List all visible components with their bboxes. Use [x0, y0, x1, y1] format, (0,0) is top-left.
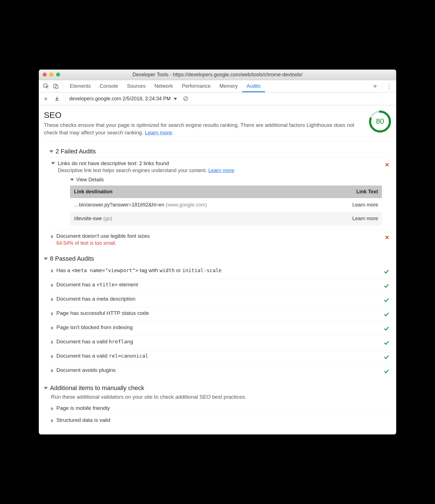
- devtools-window: Developer Tools - https://developers.goo…: [39, 70, 396, 434]
- audit-title: Links do not have descriptive text: 2 li…: [58, 160, 382, 167]
- new-audit-icon[interactable]: ＋: [42, 94, 50, 103]
- chevron-right-icon: [51, 419, 54, 423]
- tab-console[interactable]: Console: [95, 80, 123, 92]
- audit-title: Document has a <title> element: [56, 282, 381, 288]
- seo-description: These checks ensure that your page is op…: [44, 122, 363, 136]
- chevron-right-icon: [51, 283, 54, 287]
- link-text-cell: Learn more: [322, 198, 382, 212]
- chevron-right-icon: [51, 369, 54, 373]
- report-selector[interactable]: developers.google.com 2/5/2018, 3:24:34 …: [69, 96, 177, 102]
- failed-audits-title: 2 Failed Audits: [56, 148, 96, 155]
- close-window-button[interactable]: [43, 73, 47, 77]
- pass-icon: [383, 311, 389, 318]
- table-header: Link destination: [70, 186, 322, 198]
- view-details-label: View Details: [76, 177, 104, 183]
- audit-item[interactable]: Document has a valid rel=canonical: [49, 350, 391, 364]
- chevron-down-icon: [44, 387, 48, 389]
- passed-audits-title: 8 Passed Audits: [50, 255, 94, 262]
- audit-item[interactable]: Document doesn't use legible font sizes …: [49, 230, 391, 249]
- audit-title: Page isn't blocked from indexing: [56, 324, 381, 331]
- audit-item[interactable]: Document avoids plugins: [49, 364, 391, 378]
- table-row: /devsite-swe (go)Learn more: [70, 212, 382, 225]
- failed-audits-section: 2 Failed Audits Links do not have descri…: [49, 146, 391, 249]
- chevron-down-icon: [70, 179, 74, 181]
- chevron-down-icon: [174, 98, 177, 100]
- passed-audits-toggle[interactable]: 8 Passed Audits: [44, 253, 391, 265]
- audit-item[interactable]: Document has a <title> element: [49, 279, 391, 293]
- audit-content: SEO These checks ensure that your page i…: [39, 105, 396, 434]
- audit-title: Document avoids plugins: [56, 367, 381, 373]
- titlebar: Developer Tools - https://developers.goo…: [39, 70, 396, 80]
- maximize-window-button[interactable]: [56, 73, 60, 77]
- fail-icon: ✕: [385, 234, 389, 241]
- pass-icon: [383, 368, 389, 375]
- tab-performance[interactable]: Performance: [177, 80, 215, 92]
- manual-checks-subtitle: Run these additional validators on your …: [51, 394, 391, 400]
- audit-item[interactable]: Page has successful HTTP status code: [49, 307, 391, 321]
- link-text-cell: Learn more: [322, 212, 382, 225]
- audit-item[interactable]: Has a <meta name="viewport"> tag with wi…: [49, 265, 391, 279]
- audit-details: View Details Link destination Link Text …: [70, 177, 382, 225]
- pass-icon: [383, 325, 389, 333]
- download-report-icon[interactable]: [53, 94, 61, 103]
- window-title: Developer Tools - https://developers.goo…: [39, 72, 396, 78]
- tab-memory[interactable]: Memory: [215, 80, 242, 92]
- separator: [382, 82, 382, 90]
- svg-rect-2: [56, 85, 58, 89]
- failed-audits-toggle[interactable]: 2 Failed Audits: [49, 146, 391, 157]
- audit-title: Has a <meta name="viewport"> tag with wi…: [56, 267, 381, 274]
- chevron-right-icon: [51, 355, 54, 358]
- chevron-right-icon: [51, 269, 54, 273]
- separator: [63, 82, 63, 90]
- audit-item[interactable]: Links do not have descriptive text: 2 li…: [49, 157, 391, 230]
- chevron-right-icon: [51, 298, 54, 301]
- audits-toolbar: ＋ developers.google.com 2/5/2018, 3:24:3…: [39, 92, 396, 105]
- audit-learn-more-link[interactable]: Learn more: [208, 168, 234, 173]
- window-controls: [43, 73, 60, 77]
- link-destination-cell: /devsite-swe (go): [70, 212, 322, 225]
- inspect-element-icon[interactable]: [41, 81, 51, 91]
- table-header: Link Text: [322, 186, 382, 198]
- more-tabs-icon[interactable]: »: [370, 81, 380, 91]
- audit-warning: 64.54% of text is too small.: [56, 240, 382, 246]
- pass-icon: [383, 354, 389, 361]
- chevron-right-icon: [51, 326, 54, 330]
- tab-elements[interactable]: Elements: [65, 80, 95, 92]
- seo-heading: SEO: [44, 110, 363, 120]
- view-details-toggle[interactable]: View Details: [70, 177, 382, 183]
- manual-checks-title: Additional items to manually check: [50, 384, 144, 392]
- separator: [65, 95, 65, 102]
- chevron-down-icon: [49, 150, 53, 153]
- tab-sources[interactable]: Sources: [123, 80, 150, 92]
- pass-icon: [383, 340, 389, 347]
- clear-icon[interactable]: [181, 94, 190, 103]
- audit-item[interactable]: Page isn't blocked from indexing: [49, 321, 391, 336]
- seo-header: SEO These checks ensure that your page i…: [44, 109, 391, 142]
- chevron-right-icon: [51, 235, 54, 239]
- audit-item[interactable]: Document has a valid hreflang: [49, 336, 391, 350]
- chevron-right-icon: [51, 340, 54, 344]
- report-label: developers.google.com 2/5/2018, 3:24:34 …: [69, 96, 171, 101]
- seo-score-value: 80: [369, 110, 391, 133]
- minimize-window-button[interactable]: [49, 73, 53, 77]
- kebab-menu-icon[interactable]: ⋮: [384, 81, 394, 91]
- audit-item[interactable]: Page is mobile friendly: [49, 402, 391, 414]
- passed-audits-section: 8 Passed Audits Has a <meta name="viewpo…: [44, 253, 391, 378]
- chevron-down-icon: [51, 162, 55, 165]
- audit-item[interactable]: Structured data is valid: [49, 414, 391, 426]
- link-destination-cell: …bin/answer.py?answer=181692&hl=en (www.…: [70, 198, 322, 212]
- manual-checks-toggle[interactable]: Additional items to manually check: [44, 382, 391, 394]
- audit-item[interactable]: Document has a meta description: [49, 293, 391, 307]
- pass-icon: [383, 268, 389, 276]
- chevron-down-icon: [44, 258, 48, 260]
- device-toolbar-icon[interactable]: [51, 81, 61, 91]
- seo-score-gauge: 80: [369, 110, 391, 133]
- seo-learn-more-link[interactable]: Learn more: [145, 130, 172, 135]
- table-row: …bin/answer.py?answer=181692&hl=en (www.…: [70, 198, 382, 212]
- fail-icon: ✕: [385, 161, 389, 168]
- manual-checks-section: Additional items to manually check Run t…: [44, 382, 391, 426]
- tab-audits[interactable]: Audits: [242, 80, 265, 92]
- audit-title: Page is mobile friendly: [56, 405, 389, 411]
- chevron-right-icon: [51, 312, 54, 316]
- tab-network[interactable]: Network: [150, 80, 177, 92]
